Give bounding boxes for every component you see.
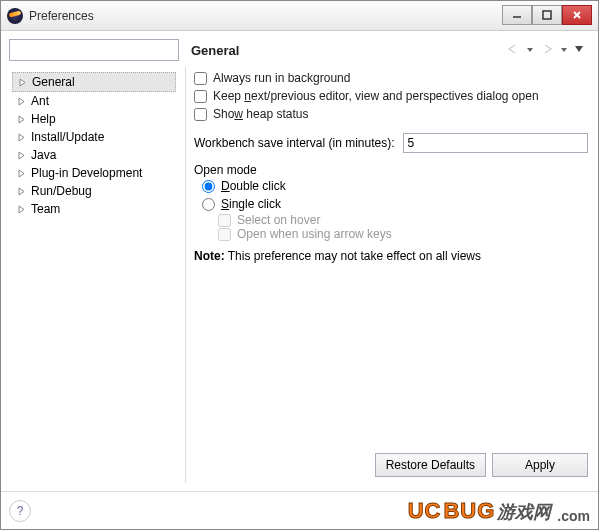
show-heap-checkbox[interactable]: Show heap status [194,107,588,121]
svg-rect-1 [543,11,551,19]
help-icon[interactable]: ? [9,500,31,522]
select-on-hover-checkbox: Select on hover [194,213,588,227]
tree-item-help[interactable]: Help [12,110,176,128]
app-icon [7,8,23,24]
expander-icon[interactable] [16,96,27,107]
tree-item-run-debug[interactable]: Run/Debug [12,182,176,200]
tree-item-general[interactable]: General [12,72,176,92]
tree-label: Install/Update [31,130,104,144]
tree-label: General [32,75,75,89]
checkbox-label: Keep next/previous editor, view and pers… [213,89,539,103]
open-mode-title: Open mode [194,163,588,177]
watermark: UCBUG 游戏网 .com [408,498,590,524]
checkbox-label: Always run in background [213,71,350,85]
titlebar: Preferences [1,1,598,31]
expander-icon[interactable] [16,132,27,143]
tree-item-install-update[interactable]: Install/Update [12,128,176,146]
tree-label: Help [31,112,56,126]
tree-item-ant[interactable]: Ant [12,92,176,110]
checkbox-label: Select on hover [237,213,320,227]
expander-icon[interactable] [17,77,28,88]
close-button[interactable] [562,5,592,25]
note-text: Note: This preference may not take effec… [192,243,590,269]
apply-button[interactable]: Apply [492,453,588,477]
tree-item-java[interactable]: Java [12,146,176,164]
forward-icon[interactable] [540,43,554,58]
checkbox-label: Open when using arrow keys [237,227,392,241]
interval-input[interactable] [403,133,588,153]
main-panel: Always run in background Keep next/previ… [185,67,590,483]
expander-icon[interactable] [16,168,27,179]
expander-icon[interactable] [16,186,27,197]
tree-label: Ant [31,94,49,108]
page-title: General [191,43,239,58]
view-menu-icon[interactable] [574,43,584,57]
expander-icon[interactable] [16,114,27,125]
maximize-button[interactable] [532,5,562,25]
minimize-button[interactable] [502,5,532,25]
checkbox-label: Show heap status [213,107,308,121]
tree-item-plugin-dev[interactable]: Plug-in Development [12,164,176,182]
interval-label: Workbench save interval (in minutes): [194,136,395,150]
single-click-radio[interactable]: Single click [194,195,588,213]
tree-label: Team [31,202,60,216]
tree-label: Run/Debug [31,184,92,198]
expander-icon[interactable] [16,150,27,161]
keep-editor-open-checkbox[interactable]: Keep next/previous editor, view and pers… [194,89,588,103]
open-arrow-keys-checkbox: Open when using arrow keys [194,227,588,241]
filter-input[interactable] [9,39,179,61]
tree-label: Plug-in Development [31,166,142,180]
back-menu-icon[interactable] [526,43,534,57]
restore-defaults-button[interactable]: Restore Defaults [375,453,486,477]
forward-menu-icon[interactable] [560,43,568,57]
tree-item-team[interactable]: Team [12,200,176,218]
window-title: Preferences [29,9,502,23]
category-tree[interactable]: General Ant Help Install/Update Java [9,67,179,483]
always-run-bg-checkbox[interactable]: Always run in background [194,71,588,85]
tree-label: Java [31,148,56,162]
expander-icon[interactable] [16,204,27,215]
back-icon[interactable] [506,43,520,58]
double-click-radio[interactable]: Double click [194,177,588,195]
